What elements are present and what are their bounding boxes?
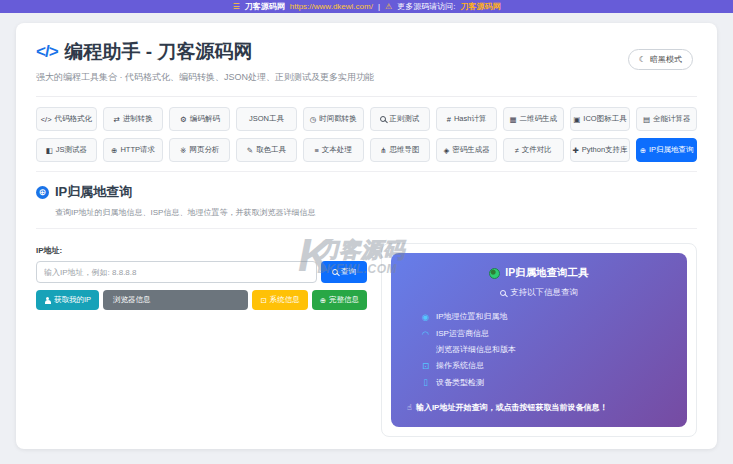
menu-icon: ☰ bbox=[233, 2, 240, 11]
os-icon: ⊡ bbox=[421, 358, 430, 375]
tab-mind-map[interactable]: ⋔思维导图 bbox=[370, 138, 431, 162]
topbar-notice-link[interactable]: 刀客源码网 bbox=[460, 1, 500, 12]
tab-http-request[interactable]: ⊕HTTP请求 bbox=[103, 138, 164, 162]
tab-timestamp-convert[interactable]: ◷时间戳转换 bbox=[303, 107, 364, 131]
code-logo-icon: </> bbox=[36, 42, 58, 62]
info-panel-column: IP归属地查询工具 支持以下信息查询 ◉IP地理位置和归属地◠ISP运营商信息浏… bbox=[381, 243, 697, 437]
mind-map-icon: ⋔ bbox=[380, 146, 386, 155]
ip-address-input[interactable] bbox=[36, 261, 317, 283]
ip-query-form: IP地址: 查询 获取我的IP 浏览器信息 ⊡ 系统信息 bbox=[36, 243, 367, 437]
pointing-finger-icon: ☝ bbox=[407, 403, 412, 412]
regex-test-icon bbox=[380, 116, 386, 122]
tab-qrcode-generate[interactable]: ▦二维码生成 bbox=[503, 107, 564, 131]
person-icon bbox=[44, 297, 51, 304]
hash-calc-icon: # bbox=[447, 115, 451, 124]
globe-icon bbox=[489, 268, 500, 279]
password-generator-icon: ◈ bbox=[443, 146, 449, 155]
tab-label: Python支持库 bbox=[582, 145, 628, 155]
feature-label: IP地理位置和归属地 bbox=[436, 309, 508, 325]
moon-icon: ☾ bbox=[639, 55, 646, 64]
tab-code-format[interactable]: </>代码格式化 bbox=[36, 107, 97, 131]
tab-js-tester[interactable]: ◧JS测试器 bbox=[36, 138, 97, 162]
tab-base-convert[interactable]: ⇄进制转换 bbox=[103, 107, 164, 131]
tool-tabs-row-1: </>代码格式化⇄进制转换⚙编码解码JSON工具◷时间戳转换正则测试#Hash计… bbox=[36, 107, 697, 131]
action-buttons-row: 获取我的IP 浏览器信息 ⊡ 系统信息 ⊕ 完整信息 bbox=[36, 290, 367, 310]
full-info-label: 完整信息 bbox=[329, 295, 359, 305]
get-my-ip-label: 获取我的IP bbox=[54, 295, 91, 305]
system-info-label: 系统信息 bbox=[270, 295, 300, 305]
tab-label: JSON工具 bbox=[249, 114, 284, 124]
tab-regex-test[interactable]: 正则测试 bbox=[370, 107, 431, 131]
section-title: IP归属地查询 bbox=[55, 183, 132, 201]
content-columns: IP地址: 查询 获取我的IP 浏览器信息 ⊡ 系统信息 bbox=[36, 243, 697, 437]
topbar-notice-text: 更多源码请访问: bbox=[397, 1, 455, 12]
tab-label: 正则测试 bbox=[389, 114, 419, 124]
tab-calculator[interactable]: ▤全能计算器 bbox=[636, 107, 697, 131]
section-subtitle: 查询IP地址的归属地信息、ISP信息、地理位置等，并获取浏览器详细信息 bbox=[55, 207, 697, 218]
tab-ip-lookup[interactable]: ⊕IP归属地查询 bbox=[636, 138, 697, 162]
feature-label: 操作系统信息 bbox=[436, 358, 484, 374]
http-request-icon: ⊕ bbox=[111, 146, 117, 155]
ip-input-row: 查询 bbox=[36, 261, 367, 283]
feature-list: ◉IP地理位置和归属地◠ISP运营商信息浏览器详细信息和版本⊡操作系统信息▯设备… bbox=[421, 309, 671, 391]
browser-info-label: 浏览器信息 bbox=[113, 295, 151, 305]
python-library-icon: ✚ bbox=[572, 146, 578, 155]
monitor-icon: ⊡ bbox=[260, 296, 266, 305]
info-box-footer-text: 输入IP地址开始查询，或点击按钮获取当前设备信息！ bbox=[416, 402, 608, 413]
base-convert-icon: ⇄ bbox=[113, 115, 119, 124]
dark-mode-button[interactable]: ☾ 暗黑模式 bbox=[628, 49, 693, 70]
tab-password-generator[interactable]: ◈密码生成器 bbox=[436, 138, 497, 162]
page-title: 编程助手 - 刀客源码网 bbox=[65, 39, 253, 65]
device-icon: ▯ bbox=[421, 374, 430, 391]
tab-file-diff[interactable]: ≠文件对比 bbox=[503, 138, 564, 162]
tab-label: 取色工具 bbox=[256, 145, 286, 155]
feature-item-isp: ◠ISP运营商信息 bbox=[421, 326, 671, 343]
color-picker-icon: ✎ bbox=[247, 146, 253, 155]
info-box-title-row: IP归属地查询工具 bbox=[407, 266, 671, 280]
tool-tabs-row-2: ◧JS测试器⊕HTTP请求※网页分析✎取色工具≡文本处理⋔思维导图◈密码生成器≠… bbox=[36, 138, 697, 162]
ip-lookup-icon: ⊕ bbox=[640, 146, 646, 155]
tab-label: HTTP请求 bbox=[120, 145, 155, 155]
feature-label: 浏览器详细信息和版本 bbox=[436, 342, 516, 358]
feature-label: ISP运营商信息 bbox=[436, 326, 489, 342]
code-format-icon: </> bbox=[41, 115, 52, 124]
tab-color-picker[interactable]: ✎取色工具 bbox=[236, 138, 297, 162]
tab-label: 进制转换 bbox=[123, 114, 153, 124]
divider bbox=[36, 228, 697, 229]
get-my-ip-button[interactable]: 获取我的IP bbox=[36, 290, 99, 310]
tab-label: 密码生成器 bbox=[452, 145, 490, 155]
globe-icon: ⊕ bbox=[320, 296, 326, 305]
divider bbox=[36, 171, 697, 172]
info-box-title: IP归属地查询工具 bbox=[505, 266, 588, 280]
system-info-button[interactable]: ⊡ 系统信息 bbox=[252, 290, 307, 310]
tab-hash-calc[interactable]: #Hash计算 bbox=[436, 107, 497, 131]
tab-label: 代码格式化 bbox=[55, 114, 93, 124]
tab-page-analysis[interactable]: ※网页分析 bbox=[169, 138, 230, 162]
tab-label: 时间戳转换 bbox=[319, 114, 357, 124]
section-heading: ⊕ IP归属地查询 bbox=[36, 183, 697, 201]
feature-label: 设备类型检测 bbox=[436, 375, 484, 391]
tab-label: Hash计算 bbox=[454, 114, 487, 124]
tab-ico-tool[interactable]: ▣ICO图标工具 bbox=[570, 107, 631, 131]
main-card: </> 编程助手 - 刀客源码网 强大的编程工具集合 · 代码格式化、编码转换、… bbox=[16, 23, 717, 449]
globe-icon: ⊕ bbox=[36, 186, 49, 199]
ip-tool-info-box: IP归属地查询工具 支持以下信息查询 ◉IP地理位置和归属地◠ISP运营商信息浏… bbox=[391, 253, 687, 427]
full-info-button[interactable]: ⊕ 完整信息 bbox=[312, 290, 367, 310]
tab-encode-decode[interactable]: ⚙编码解码 bbox=[169, 107, 230, 131]
tab-text-process[interactable]: ≡文本处理 bbox=[303, 138, 364, 162]
tab-label: JS测试器 bbox=[56, 145, 87, 155]
query-button[interactable]: 查询 bbox=[321, 261, 367, 283]
search-icon bbox=[332, 269, 338, 275]
topbar-site-name: 刀客源码网 bbox=[245, 1, 285, 12]
info-box-subtitle-row: 支持以下信息查询 bbox=[407, 287, 671, 299]
tab-python-library[interactable]: ✚Python支持库 bbox=[570, 138, 631, 162]
feature-item-browser: 浏览器详细信息和版本 bbox=[421, 342, 671, 358]
tab-label: 网页分析 bbox=[189, 145, 219, 155]
tab-json-tools[interactable]: JSON工具 bbox=[236, 107, 297, 131]
feature-item-device: ▯设备类型检测 bbox=[421, 374, 671, 391]
info-box-subtitle: 支持以下信息查询 bbox=[510, 287, 578, 299]
query-button-label: 查询 bbox=[341, 267, 356, 277]
topbar-site-url[interactable]: https://www.dkewl.com/ bbox=[290, 2, 373, 11]
browser-info-button[interactable]: 浏览器信息 bbox=[103, 290, 248, 310]
page-header: </> 编程助手 - 刀客源码网 强大的编程工具集合 · 代码格式化、编码转换、… bbox=[36, 39, 697, 97]
